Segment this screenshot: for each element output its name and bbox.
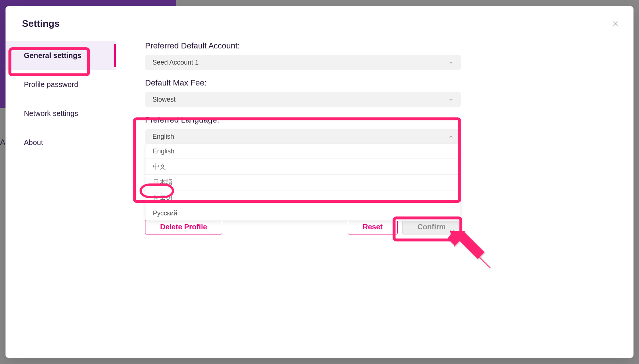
settings-content: Preferred Default Account: Seed Account …	[116, 33, 633, 358]
option-label: 한국어	[153, 194, 173, 202]
sidebar-item-about[interactable]: About	[6, 128, 116, 157]
sidebar-item-label: Network settings	[24, 109, 78, 117]
reset-button[interactable]: Reset	[348, 219, 398, 234]
option-label: English	[153, 148, 174, 155]
select-value: Slowest	[152, 96, 176, 103]
default-max-fee-label: Default Max Fee:	[145, 78, 611, 88]
language-dropdown-panel: English 中文 日本語 한국어 Русский	[145, 144, 461, 221]
preferred-account-select[interactable]: Seed Account 1	[145, 55, 461, 70]
sidebar-item-network-settings[interactable]: Network settings	[6, 99, 116, 128]
sidebar-item-label: About	[24, 138, 43, 146]
chevron-down-icon	[448, 97, 454, 102]
modal-header: Settings	[6, 6, 633, 33]
right-button-group: Reset Confirm	[348, 219, 461, 234]
select-value: Seed Account 1	[152, 59, 199, 66]
button-label: Confirm	[418, 223, 446, 231]
option-label: 日本語	[153, 179, 173, 186]
preferred-account-label: Preferred Default Account:	[145, 41, 611, 51]
button-label: Reset	[363, 223, 383, 231]
modal-title: Settings	[22, 18, 60, 29]
close-icon[interactable]	[612, 21, 619, 27]
active-tab-indicator	[114, 44, 116, 67]
option-label: 中文	[153, 163, 166, 170]
option-label: Русский	[153, 210, 177, 217]
delete-profile-button[interactable]: Delete Profile	[145, 219, 222, 234]
language-option-korean[interactable]: 한국어	[145, 190, 461, 206]
settings-sidebar: General settings Profile password Networ…	[6, 33, 116, 358]
preferred-language-select[interactable]: English	[145, 129, 461, 144]
modal-body: General settings Profile password Networ…	[6, 33, 633, 358]
chevron-up-icon	[448, 134, 454, 139]
button-label: Delete Profile	[160, 223, 207, 231]
action-button-row: Delete Profile Reset Confirm	[145, 219, 461, 234]
sidebar-item-profile-password[interactable]: Profile password	[6, 70, 116, 99]
language-option-chinese[interactable]: 中文	[145, 159, 461, 175]
sidebar-item-label: General settings	[24, 51, 82, 59]
language-option-russian[interactable]: Русский	[145, 206, 461, 221]
sidebar-item-general-settings[interactable]: General settings	[6, 41, 116, 70]
preferred-language-label: Preferred Language:	[145, 115, 611, 125]
settings-modal: Settings General settings Profile passwo…	[6, 6, 633, 358]
chevron-down-icon	[448, 60, 454, 65]
select-value: English	[152, 133, 174, 141]
default-max-fee-select[interactable]: Slowest	[145, 92, 461, 107]
language-option-english[interactable]: English	[145, 144, 461, 159]
bg-letter-a: A	[0, 138, 6, 147]
language-option-japanese[interactable]: 日本語	[145, 175, 461, 190]
sidebar-item-label: Profile password	[24, 80, 78, 88]
confirm-button[interactable]: Confirm	[402, 219, 461, 234]
